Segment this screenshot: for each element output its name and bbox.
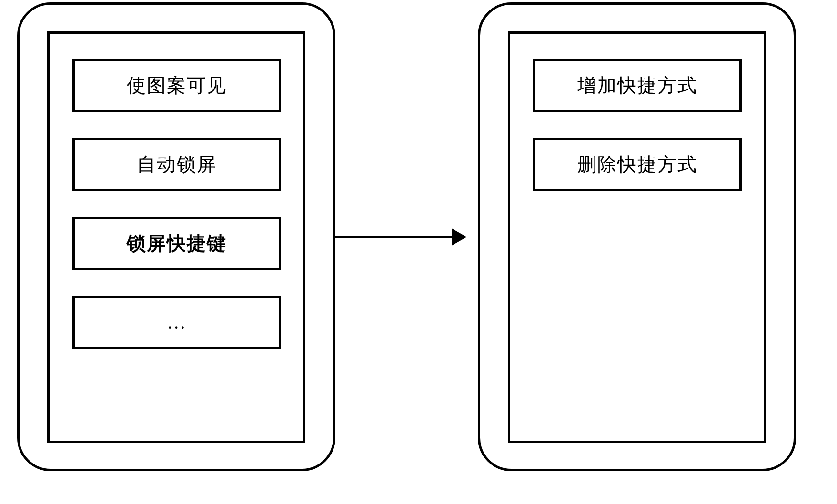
left-option-3-lock-shortcut[interactable]: 锁屏快捷键: [72, 217, 281, 270]
right-option-delete-shortcut[interactable]: 删除快捷方式: [533, 138, 742, 191]
left-option-1[interactable]: 使图案可见: [72, 59, 281, 112]
diagram-canvas: 使图案可见 自动锁屏 锁屏快捷键 … 增加快捷方式 删除快捷方式: [0, 0, 837, 504]
arrow-shaft: [335, 236, 454, 238]
left-option-4-more[interactable]: …: [72, 296, 281, 349]
right-option-add-shortcut[interactable]: 增加快捷方式: [533, 59, 742, 112]
arrow-head-icon: [452, 228, 467, 246]
right-option-delete-label: 删除快捷方式: [577, 151, 697, 178]
left-option-2-label: 自动锁屏: [137, 151, 217, 178]
left-option-1-label: 使图案可见: [127, 72, 227, 99]
left-option-4-label: …: [167, 311, 187, 334]
left-option-3-label: 锁屏快捷键: [127, 230, 227, 257]
left-option-2[interactable]: 自动锁屏: [72, 138, 281, 191]
right-option-add-label: 增加快捷方式: [577, 72, 697, 99]
